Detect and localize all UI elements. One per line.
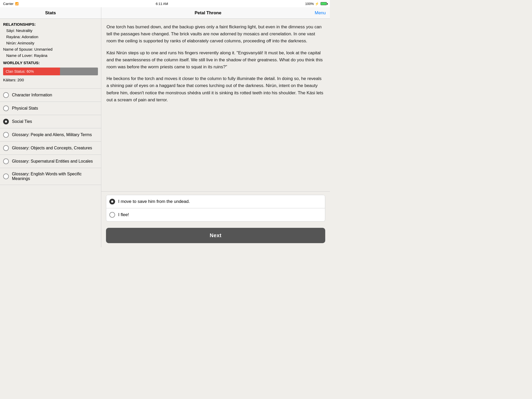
sidebar-item-glossary-people[interactable]: Glossary: People and Aliens, Military Te… xyxy=(0,128,101,142)
sidebar-stats: RELATIONSHIPS: Sáyi: Neutrality Rayána: … xyxy=(0,19,101,88)
battery-icon xyxy=(321,2,327,5)
radio-glossary-people xyxy=(3,132,9,138)
sidebar-item-glossary-supernatural[interactable]: Glossary: Supernatural Entities and Loca… xyxy=(0,155,101,168)
radio-character-info xyxy=(3,92,9,98)
clan-status-fill: Clan Status: 60% xyxy=(3,68,60,75)
battery-fill xyxy=(321,2,327,5)
story-paragraph-2: Kási Nirún steps up to one and runs his … xyxy=(107,49,325,71)
sidebar-item-glossary-objects[interactable]: Glossary: Objects and Concepts, Creature… xyxy=(0,142,101,155)
radio-choice-flee xyxy=(109,212,115,218)
nav-center-title: Petal Throne xyxy=(101,10,315,16)
worldly-heading: WORLDLY STATUS: xyxy=(3,60,98,66)
radio-physical-stats xyxy=(3,105,9,111)
relationship-item-sayi: Sáyi: Neutrality xyxy=(3,28,98,34)
status-right: 100% ⚡ xyxy=(305,2,327,6)
sidebar-item-glossary-people-label: Glossary: People and Aliens, Military Te… xyxy=(12,132,92,137)
clan-status-bar: Clan Status: 60% xyxy=(3,68,98,75)
status-bar: Carrier 📶 6:11 AM 100% ⚡ xyxy=(0,0,330,7)
battery-label: 100% xyxy=(305,2,314,6)
lover-label: Name of Lover: Rayána xyxy=(3,52,98,59)
battery-lightning: ⚡ xyxy=(315,2,319,6)
sidebar: RELATIONSHIPS: Sáyi: Neutrality Rayána: … xyxy=(0,19,101,247)
status-left: Carrier 📶 xyxy=(3,2,19,6)
relationship-item-rayana: Rayána: Adoration xyxy=(3,34,98,40)
status-time: 6:11 AM xyxy=(156,2,168,6)
choice-wrapper: I move to save him from the undead. I fl… xyxy=(106,195,325,222)
radio-glossary-objects xyxy=(3,145,9,151)
sidebar-item-physical-stats[interactable]: Physical Stats xyxy=(0,102,101,115)
sidebar-item-character-info-label: Character Information xyxy=(12,93,52,97)
choice-item-flee[interactable]: I flee! xyxy=(106,208,325,222)
choice-flee-label: I flee! xyxy=(118,212,129,217)
kaitars-label: Káitars: 200 xyxy=(3,77,98,83)
radio-glossary-english xyxy=(3,174,9,179)
next-btn-area: Next xyxy=(101,225,330,247)
sidebar-item-character-info[interactable]: Character Information xyxy=(0,89,101,102)
content-area: One torch has burned down, and the backu… xyxy=(101,19,330,247)
story-text: One torch has burned down, and the backu… xyxy=(101,19,330,191)
sidebar-item-glossary-supernatural-label: Glossary: Supernatural Entities and Loca… xyxy=(12,159,93,164)
sidebar-item-glossary-english[interactable]: Glossary: English Words with Specific Me… xyxy=(0,168,101,185)
sidebar-item-social-ties-label: Social Ties xyxy=(12,119,32,124)
choice-save-label: I move to save him from the undead. xyxy=(118,199,190,204)
choices-section: I move to save him from the undead. I fl… xyxy=(101,191,330,225)
radio-choice-save xyxy=(109,199,115,204)
main-layout: RELATIONSHIPS: Sáyi: Neutrality Rayána: … xyxy=(0,19,330,247)
sidebar-item-physical-stats-label: Physical Stats xyxy=(12,106,38,111)
choice-item-save[interactable]: I move to save him from the undead. xyxy=(106,195,325,208)
story-paragraph-3: He beckons for the torch and moves it cl… xyxy=(107,75,325,103)
story-paragraph-1: One torch has burned down, and the backu… xyxy=(107,23,325,45)
sidebar-item-social-ties[interactable]: Social Ties xyxy=(0,115,101,128)
radio-glossary-supernatural xyxy=(3,158,9,164)
next-button[interactable]: Next xyxy=(106,228,325,243)
spouse-label: Name of Spouse: Unmarried xyxy=(3,46,98,52)
carrier-label: Carrier xyxy=(3,2,14,6)
sidebar-item-glossary-english-label: Glossary: English Words with Specific Me… xyxy=(12,172,98,181)
relationships-heading: RELATIONSHIPS: xyxy=(3,21,98,28)
menu-items: Character Information Physical Stats Soc… xyxy=(0,88,101,185)
sidebar-item-glossary-objects-label: Glossary: Objects and Concepts, Creature… xyxy=(12,146,92,150)
relationship-item-nirun: Nirún: Animosity xyxy=(3,40,98,46)
nav-stats-title: Stats xyxy=(0,7,101,18)
menu-button[interactable]: Menu xyxy=(315,10,330,16)
radio-social-ties xyxy=(3,119,9,124)
nav-bar: Stats Petal Throne Menu xyxy=(0,7,330,19)
wifi-icon: 📶 xyxy=(15,2,19,5)
